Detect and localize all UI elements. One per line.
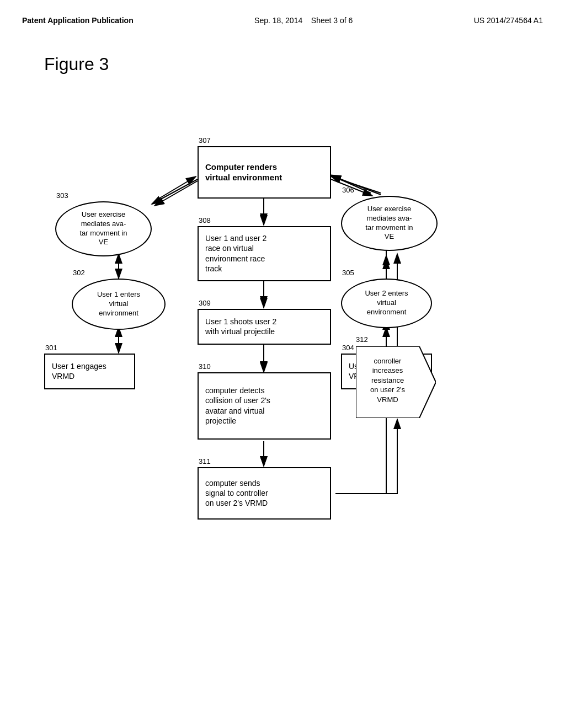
node-303-label: 303: [56, 191, 68, 201]
publication-title: Patent Application Publication: [22, 16, 134, 25]
header-right: US 2014/274564 A1: [474, 15, 543, 26]
sheet-number: Sheet 3 of 6: [311, 16, 353, 25]
node-301: 301 User 1 engagesVRMD: [44, 354, 135, 389]
node-301-label: 301: [45, 344, 57, 353]
node-308: 308 User 1 and user 2race on virtualenvi…: [198, 226, 331, 281]
node-310: 310 computer detectscollision of user 2'…: [198, 372, 331, 440]
node-310-label: 310: [199, 362, 211, 372]
node-302-label: 302: [73, 269, 85, 278]
node-306-label: 306: [342, 186, 354, 195]
node-304-label: 304: [342, 344, 354, 353]
node-307: 307 Computer rendersvirtual environment: [198, 146, 331, 199]
node-309: 309 User 1 shoots user 2with virtual pro…: [198, 309, 331, 345]
node-311-label: 311: [199, 457, 211, 467]
node-311: 311 computer sendssignal to controlleron…: [198, 467, 331, 520]
node-306: 306 User exercisemediates ava-tar movmen…: [341, 196, 438, 251]
node-307-label: 307: [199, 136, 211, 146]
node-308-label: 308: [199, 216, 211, 226]
node-305-label: 305: [342, 269, 354, 278]
page-header: Patent Application Publication Sep. 18, …: [0, 0, 565, 32]
node-312-label: 312: [356, 335, 368, 344]
svg-line-25: [154, 181, 198, 206]
publication-date: Sep. 18, 2014: [254, 16, 302, 25]
figure-title: Figure 3: [44, 54, 565, 74]
patent-number: US 2014/274564 A1: [474, 16, 543, 25]
svg-line-10: [152, 179, 198, 204]
svg-line-21: [331, 175, 381, 195]
node-302: 302 User 1 entersvirtualenvironment: [72, 279, 166, 330]
header-left: Patent Application Publication: [22, 15, 134, 26]
svg-line-24: [156, 176, 196, 200]
node-305: 305 User 2 entersvirtualenvironment: [341, 279, 432, 328]
svg-line-9: [331, 176, 381, 193]
diagram-area: 307 Computer rendersvirtual environment …: [0, 91, 565, 698]
header-center: Sep. 18, 2014 Sheet 3 of 6: [254, 15, 353, 26]
node-312: 312 conrollerincreasesresistanceon user …: [356, 346, 436, 418]
node-309-label: 309: [199, 299, 211, 308]
node-303: 303 User exercisemediates ava-tar movmen…: [55, 201, 152, 256]
